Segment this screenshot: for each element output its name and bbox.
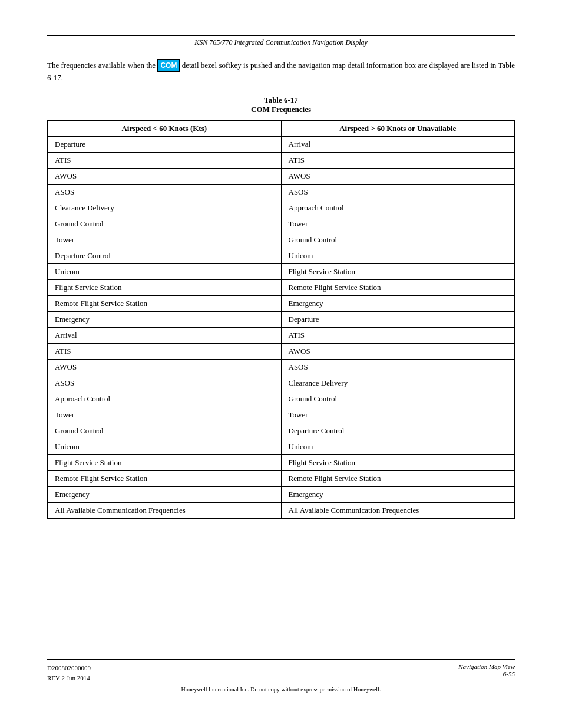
table-cell-12-0: Arrival (48, 327, 282, 343)
table-row: ASOSClearance Delivery (48, 375, 515, 391)
footer-right: Navigation Map View 6-55 (458, 663, 515, 677)
table-cell-10-1: Emergency (281, 295, 515, 311)
table-row: Approach ControlGround Control (48, 391, 515, 407)
footer-copyright: Honeywell International Inc. Do not copy… (47, 686, 515, 693)
table-cell-20-1: Flight Service Station (281, 454, 515, 470)
table-cell-23-0: All Available Communication Frequencies (48, 502, 282, 518)
table-cell-22-1: Emergency (281, 486, 515, 502)
table-row: ATISATIS (48, 152, 515, 168)
header-title: KSN 765/770 Integrated Communication Nav… (47, 38, 515, 47)
table-cell-10-0: Remote Flight Service Station (48, 295, 282, 311)
table-cell-0-1: Arrival (281, 136, 515, 152)
table-cell-6-0: Tower (48, 232, 282, 248)
header-divider (47, 35, 515, 36)
table-cell-16-1: Ground Control (281, 391, 515, 407)
table-cell-2-1: AWOS (281, 168, 515, 184)
table-cell-22-0: Emergency (48, 486, 282, 502)
corner-top-left (18, 18, 29, 29)
footer-section: Navigation Map View (458, 663, 515, 670)
col1-header: Airspeed < 60 Knots (Kts) (48, 120, 282, 136)
footer-page: 6-55 (458, 670, 515, 677)
table-cell-20-0: Flight Service Station (48, 454, 282, 470)
footer-rev: REV 2 Jun 2014 (47, 673, 91, 684)
table-header-row: Airspeed < 60 Knots (Kts) Airspeed > 60 … (48, 120, 515, 136)
table-cell-6-1: Ground Control (281, 232, 515, 248)
table-row: TowerTower (48, 407, 515, 423)
table-row: Departure ControlUnicom (48, 248, 515, 263)
table-row: UnicomFlight Service Station (48, 263, 515, 279)
table-cell-4-0: Clearance Delivery (48, 200, 282, 216)
table-row: Flight Service StationFlight Service Sta… (48, 454, 515, 470)
table-cell-2-0: AWOS (48, 168, 282, 184)
footer-left: D200802000009 REV 2 Jun 2014 (47, 663, 91, 684)
page: KSN 765/770 Integrated Communication Nav… (0, 0, 562, 728)
table-row: ATISAWOS (48, 343, 515, 359)
table-cell-17-1: Tower (281, 407, 515, 423)
table-cell-9-0: Flight Service Station (48, 279, 282, 295)
table-cell-16-0: Approach Control (48, 391, 282, 407)
table-row: All Available Communication FrequenciesA… (48, 502, 515, 518)
table-row: TowerGround Control (48, 232, 515, 248)
table-cell-21-0: Remote Flight Service Station (48, 470, 282, 486)
table-cell-13-0: ATIS (48, 343, 282, 359)
footer: D200802000009 REV 2 Jun 2014 Navigation … (47, 659, 515, 693)
corner-bottom-right (533, 699, 544, 710)
table-cell-18-1: Departure Control (281, 423, 515, 439)
table-cell-13-1: AWOS (281, 343, 515, 359)
table-cell-11-0: Emergency (48, 311, 282, 327)
table-cell-18-0: Ground Control (48, 423, 282, 439)
footer-content: D200802000009 REV 2 Jun 2014 Navigation … (47, 663, 515, 684)
table-cell-4-1: Approach Control (281, 200, 515, 216)
corner-bottom-left (18, 699, 29, 710)
table-row: Ground ControlTower (48, 216, 515, 232)
com-badge: COM (157, 59, 180, 72)
table-row: ArrivalATIS (48, 327, 515, 343)
table-cell-8-0: Unicom (48, 263, 282, 279)
table-cell-3-0: ASOS (48, 184, 282, 200)
col2-header: Airspeed > 60 Knots or Unavailable (281, 120, 515, 136)
table-row: Clearance DeliveryApproach Control (48, 200, 515, 216)
table-cell-12-1: ATIS (281, 327, 515, 343)
table-title: Table 6-17 COM Frequencies (47, 95, 515, 114)
table-row: EmergencyDeparture (48, 311, 515, 327)
table-cell-1-0: ATIS (48, 152, 282, 168)
table-cell-23-1: All Available Communication Frequencies (281, 502, 515, 518)
intro-paragraph: The frequencies available when the COM d… (47, 59, 515, 84)
table-row: UnicomUnicom (48, 439, 515, 454)
table-row: EmergencyEmergency (48, 486, 515, 502)
table-row: DepartureArrival (48, 136, 515, 152)
table-cell-14-0: AWOS (48, 359, 282, 375)
table-cell-17-0: Tower (48, 407, 282, 423)
table-row: Remote Flight Service StationEmergency (48, 295, 515, 311)
table-row: Ground ControlDeparture Control (48, 423, 515, 439)
table-cell-3-1: ASOS (281, 184, 515, 200)
table-row: Flight Service StationRemote Flight Serv… (48, 279, 515, 295)
table-title-line2: COM Frequencies (47, 105, 515, 114)
footer-doc-number: D200802000009 (47, 663, 91, 674)
footer-divider (47, 659, 515, 660)
table-row: Remote Flight Service StationRemote Flig… (48, 470, 515, 486)
table-cell-5-0: Ground Control (48, 216, 282, 232)
table-cell-15-0: ASOS (48, 375, 282, 391)
table-cell-19-1: Unicom (281, 439, 515, 454)
table-row: AWOSASOS (48, 359, 515, 375)
com-frequencies-table-container: Airspeed < 60 Knots (Kts) Airspeed > 60 … (47, 120, 515, 519)
table-cell-11-1: Departure (281, 311, 515, 327)
table-title-line1: Table 6-17 (47, 95, 515, 105)
com-frequencies-table: Airspeed < 60 Knots (Kts) Airspeed > 60 … (47, 120, 515, 519)
table-cell-9-1: Remote Flight Service Station (281, 279, 515, 295)
table-cell-19-0: Unicom (48, 439, 282, 454)
table-cell-15-1: Clearance Delivery (281, 375, 515, 391)
table-cell-8-1: Flight Service Station (281, 263, 515, 279)
table-cell-1-1: ATIS (281, 152, 515, 168)
intro-text-before: The frequencies available when the (47, 61, 157, 70)
table-cell-7-0: Departure Control (48, 248, 282, 263)
table-cell-0-0: Departure (48, 136, 282, 152)
table-cell-7-1: Unicom (281, 248, 515, 263)
table-cell-5-1: Tower (281, 216, 515, 232)
table-row: AWOSAWOS (48, 168, 515, 184)
table-row: ASOSASOS (48, 184, 515, 200)
table-cell-21-1: Remote Flight Service Station (281, 470, 515, 486)
table-cell-14-1: ASOS (281, 359, 515, 375)
corner-top-right (533, 18, 544, 29)
